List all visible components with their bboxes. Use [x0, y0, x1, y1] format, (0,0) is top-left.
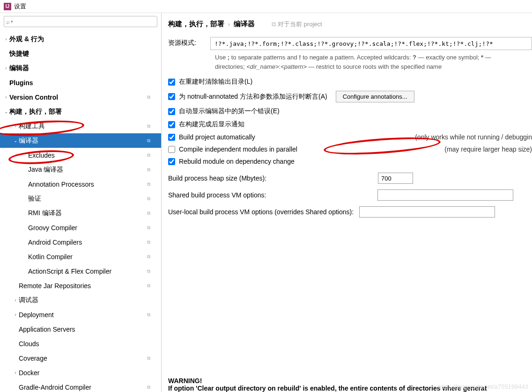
tree-item-label: Annotation Processors	[28, 181, 145, 188]
tree-item[interactable]: 验证⧉	[0, 191, 161, 206]
project-scope-icon	[145, 109, 152, 115]
expand-arrow-icon[interactable]: ›	[12, 370, 19, 375]
project-scope-icon	[145, 341, 152, 347]
search-input[interactable]: ⌕ ▾	[4, 16, 157, 27]
resource-pattern-input[interactable]	[210, 37, 532, 50]
tree-item-label: Coverage	[19, 355, 145, 362]
tree-item[interactable]: Remote Jar Repositories⧉	[0, 278, 161, 293]
rebuild-on-dependency-checkbox[interactable]: Rebuild module on dependency change	[168, 158, 532, 165]
tree-item[interactable]: ›构建工具⧉	[0, 119, 161, 133]
expand-arrow-icon[interactable]: ›	[3, 94, 9, 100]
project-scope-icon	[145, 65, 152, 72]
expand-arrow-icon[interactable]: ⌄	[3, 109, 9, 114]
tree-item[interactable]: Excludes⧉	[0, 148, 161, 162]
compile-parallel-note: (may require larger heap size)	[435, 145, 532, 153]
tree-item[interactable]: Annotation Processors⧉	[0, 177, 161, 191]
tree-item[interactable]: Kotlin Compiler⧉	[0, 249, 161, 264]
tree-item-label: Deployment	[19, 311, 145, 319]
tree-item-label: Version Control	[9, 94, 145, 101]
tree-item[interactable]: ›Docker	[0, 365, 161, 380]
expand-arrow-icon[interactable]: ›	[3, 65, 9, 71]
tree-item[interactable]: ⌄构建，执行，部署	[0, 104, 161, 119]
breadcrumb-part[interactable]: 构建，执行，部署	[168, 20, 224, 29]
shared-vm-options-input[interactable]	[377, 189, 513, 201]
expand-arrow-icon[interactable]: ›	[12, 298, 19, 303]
tree-item-label: Clouds	[19, 340, 145, 348]
tree-item[interactable]: Android Compilers⧉	[0, 235, 161, 249]
tree-item[interactable]: Java 编译器⧉	[0, 162, 161, 177]
tree-item[interactable]: RMI 编译器⧉	[0, 206, 161, 220]
heap-size-input[interactable]	[378, 173, 413, 184]
project-scope-icon: ⧉	[145, 196, 152, 202]
user-vm-options-input[interactable]	[359, 206, 495, 218]
tree-item-label: Application Servers	[19, 326, 145, 333]
project-scope-icon: ⧉	[145, 312, 152, 318]
auto-show-first-error-checkbox[interactable]: 自动显示编辑器中的第一个错误(E)	[168, 107, 532, 116]
project-scope-icon: ⧉	[145, 167, 152, 173]
tree-item-label: Android Compilers	[28, 239, 145, 246]
project-scope-icon	[145, 370, 152, 376]
show-notification-checkbox[interactable]: 在构建完成后显示通知	[168, 120, 532, 129]
project-scope-icon: ⧉	[145, 254, 152, 260]
project-scope-icon	[145, 326, 152, 333]
project-scope-icon: ⧉	[145, 384, 152, 391]
build-automatically-checkbox[interactable]: Build project automatically	[168, 133, 255, 141]
project-scope-icon: ⧉	[145, 355, 152, 362]
project-scope-icon: ⧉	[145, 138, 152, 144]
tree-item[interactable]: ⌄编译器⧉	[0, 133, 161, 148]
settings-main-panel: 构建，执行，部署 › 编译器 ⧉ 对于当前 project 资源模式: Use …	[162, 13, 532, 392]
tree-item-label: 快捷键	[9, 50, 145, 58]
tree-item[interactable]: Coverage⧉	[0, 351, 161, 365]
configure-annotations-button[interactable]: Configure annotations...	[336, 91, 414, 102]
tree-item[interactable]: ›编辑器	[0, 61, 161, 75]
expand-arrow-icon[interactable]: ›	[12, 312, 19, 317]
breadcrumb-part: 编译器	[234, 20, 255, 29]
project-scope-icon: ⧉	[145, 210, 152, 217]
tree-item[interactable]: ActionScript & Flex Compiler⧉	[0, 264, 161, 278]
tree-item[interactable]: Groovy Compiler⧉	[0, 220, 161, 235]
project-scope-icon: ⧉	[145, 225, 152, 231]
tree-item-label: 构建工具	[19, 122, 145, 131]
project-scope-icon	[145, 51, 152, 57]
tree-item-label: Gradle-Android Compiler	[19, 384, 145, 391]
heap-size-label: Build process heap size (Mbytes):	[168, 174, 266, 182]
tree-item[interactable]: ›Version Control⧉	[0, 90, 161, 104]
tree-item[interactable]: ›外观 & 行为	[0, 32, 161, 46]
tree-item[interactable]: Gradle-Android Compiler⧉	[0, 380, 161, 392]
project-scope-icon: ⧉	[145, 123, 152, 130]
clear-output-checkbox[interactable]: 在重建时清除输出目录(L)	[168, 78, 532, 86]
tree-item-label: 验证	[28, 195, 145, 203]
tree-item-label: 调试器	[19, 296, 145, 305]
expand-arrow-icon[interactable]: ⌄	[12, 138, 19, 143]
compile-parallel-checkbox[interactable]: Compile independent modules in parallel	[168, 145, 297, 153]
notnull-assertions-checkbox[interactable]: 为 notnull-annotated 方法和参数添加运行时断言(A)	[168, 93, 327, 101]
chevron-right-icon: ›	[228, 21, 230, 28]
breadcrumb: 构建，执行，部署 › 编译器 ⧉ 对于当前 project	[168, 20, 532, 29]
tree-item[interactable]: Plugins	[0, 75, 161, 90]
project-scope-icon: ⧉	[145, 268, 152, 275]
tree-item-label: Groovy Compiler	[28, 224, 145, 232]
tree-item-label: 外观 & 行为	[9, 35, 145, 44]
title-bar: IJ 设置	[0, 0, 532, 13]
project-scope-icon: ⧉	[145, 152, 152, 159]
shared-vm-options-label: Shared build process VM options:	[168, 191, 266, 199]
settings-tree: ›外观 & 行为快捷键›编辑器Plugins›Version Control⧉⌄…	[0, 30, 161, 392]
tree-item[interactable]: 快捷键	[0, 46, 161, 61]
expand-arrow-icon[interactable]: ›	[3, 36, 9, 42]
project-scope-icon	[145, 297, 152, 304]
tree-item-label: Excludes	[28, 152, 145, 159]
tree-item[interactable]: ›Deployment⧉	[0, 307, 161, 322]
expand-arrow-icon[interactable]: ›	[12, 123, 19, 129]
project-scope-icon: ⧉	[145, 181, 152, 188]
window-title: 设置	[14, 2, 26, 11]
tree-item-label: 构建，执行，部署	[9, 108, 145, 116]
app-icon: IJ	[4, 3, 11, 10]
tree-item-label: Remote Jar Repositories	[19, 282, 145, 290]
project-scope-icon	[145, 80, 152, 86]
tree-item[interactable]: Application Servers	[0, 322, 161, 336]
breadcrumb-scope-hint: ⧉ 对于当前 project	[272, 20, 322, 29]
tree-item-label: RMI 编译器	[28, 209, 145, 218]
tree-item[interactable]: ›调试器	[0, 293, 161, 307]
search-icon: ⌕	[6, 18, 10, 25]
tree-item[interactable]: Clouds	[0, 336, 161, 351]
